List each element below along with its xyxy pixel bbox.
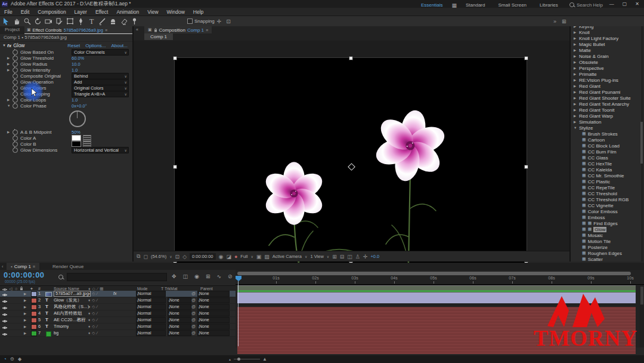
playhead[interactable] [236,276,242,281]
twirl-closed-icon[interactable]: ▶ [574,78,579,82]
twirl-closed-icon[interactable]: ▶ [7,130,13,134]
layer-switches[interactable]: ♦◇∕ [88,330,99,336]
composition-frame[interactable] [175,58,527,264]
stopwatch-icon[interactable] [13,141,18,147]
workspace-small-screen[interactable]: Small Screen [491,2,533,8]
timeline-button-icon[interactable]: ◫ [347,254,352,260]
layer-row[interactable]: ▶3T风格化特效（S...）♦◇∕Normal∨None∨@None∨ [0,304,236,310]
twirl-closed-icon[interactable]: ▶ [24,317,26,323]
effect-header-row[interactable]: ▼ fx Glow Reset Options... About... [0,42,132,49]
selection-tool-icon[interactable] [1,17,10,25]
parent-pickwhip-icon[interactable]: @ [191,310,196,316]
menu-edit[interactable]: Edit [17,9,34,15]
color-swatch[interactable] [72,135,81,141]
layer-row[interactable]: ▶4TAE内置特效组♦◇∕Normal∨None∨@None∨ [0,310,236,317]
snap-axis-icon[interactable]: ✛ [217,19,222,24]
snapping-checkbox[interactable] [187,19,193,24]
camera-select[interactable]: Active Camera [273,254,302,259]
effect-property-row[interactable]: Color B [0,141,132,147]
eyedropper-icon[interactable] [83,141,91,147]
label-color-chip[interactable] [31,291,37,297]
camera-tool-icon[interactable] [44,17,53,25]
label-color-chip[interactable] [31,331,37,336]
transparency-grid-icon[interactable]: ▨ [264,254,270,260]
effect-property-row[interactable]: Color LoopingTriangle A>B>A∨ [0,91,132,97]
parent-pickwhip-icon[interactable]: @ [191,304,196,310]
effects-group[interactable]: ▶Knoll [571,29,644,35]
timeline-search-input[interactable] [67,273,167,281]
stopwatch-icon[interactable] [13,67,18,73]
twirl-closed-icon[interactable]: ▶ [24,310,26,316]
effect-property-row[interactable]: Glow Based OnColor Channels∨ [0,49,132,55]
twirl-closed-icon[interactable]: ▶ [574,96,579,100]
trkmat-select[interactable]: None∨ [168,310,191,316]
layer-row[interactable]: ▶15785a07...a9.jpg♦◇∕fxNormal∨@None∨ [0,291,236,297]
parent-select[interactable]: None∨ [197,324,230,330]
trkmat-select[interactable]: None∨ [168,330,191,336]
mode-select[interactable]: Normal∨ [136,310,166,316]
selection-handle[interactable] [173,56,177,60]
trkmat-select[interactable]: None∨ [168,324,191,330]
layer-row[interactable]: ▶6TTmorny♦◇∕Normal∨None∨@None∨ [0,324,236,330]
effects-group[interactable]: ▶Primatte [571,71,644,77]
effects-item[interactable]: ▦CC Threshold RGB [571,196,644,202]
tab-project[interactable]: Project [0,26,24,34]
twirl-closed-icon[interactable]: ▶ [24,330,26,336]
chevron-left-icon[interactable]: ‹ [2,264,3,269]
fast-previews-icon[interactable]: ⊟ [340,254,345,260]
twirl-closed-icon[interactable]: ▶ [574,90,579,94]
effects-group[interactable]: ▶Magic Bullet [571,41,644,47]
trkmat-select[interactable]: None∨ [168,317,191,323]
zoom-level[interactable]: (54.6%) [151,254,166,259]
mask-visibility-icon[interactable]: ◇ [182,254,187,260]
stopwatch-icon[interactable] [13,50,18,55]
parent-pickwhip-icon[interactable]: @ [191,297,196,303]
composition-viewport[interactable] [134,41,569,251]
workspace-essentials[interactable]: Essentials [414,2,449,8]
twirl-closed-icon[interactable]: ▶ [574,30,579,34]
property-dropdown[interactable]: Horizontal and Vertical∨ [72,147,129,153]
hand-tool-icon[interactable] [12,17,21,25]
effects-item[interactable]: ▦CC Plastic [571,179,644,184]
layer-row[interactable]: ▶7bg♦◇∕Normal∨None∨@None∨ [0,330,236,337]
layer-row[interactable]: ▶5TAE CC20…教程♦◇∕Normal∨None∨@None∨ [0,317,236,324]
layer-switches[interactable]: ♦◇∕ [88,317,99,323]
selection-handle[interactable] [524,56,528,60]
parent-pickwhip-icon[interactable]: @ [191,291,196,297]
layer-switches[interactable]: ♦◇∕ [88,297,99,303]
layer-name[interactable]: 5785a07...a9.jpg [54,291,91,297]
eyedropper-icon[interactable] [83,135,91,141]
twirl-closed-icon[interactable]: ▶ [574,36,579,40]
property-dropdown[interactable]: Color Channels∨ [72,49,129,56]
layer-switches[interactable]: ♦◇∕ [88,324,99,330]
layer-name[interactable]: Glow（发光） [54,297,82,303]
effects-item[interactable]: ▦CC Burn Film [571,149,644,155]
parent-select[interactable]: None∨ [197,310,230,316]
snap-grid-icon[interactable]: ⊡ [226,19,231,24]
menu-window[interactable]: Window [163,9,189,15]
shy-layers-icon[interactable]: ◫ [183,273,188,279]
menu-view[interactable]: View [143,9,162,15]
mode-select[interactable]: Normal∨ [136,297,166,303]
stopwatch-icon[interactable] [13,61,18,67]
layer-name[interactable]: AE内置特效组 [54,310,82,316]
magnification-icon[interactable]: ◻ [143,254,147,260]
layer-switches[interactable]: ♦◇∕ [88,304,99,310]
label-color-chip[interactable] [31,311,37,316]
zoom-out-icon[interactable]: ▲ [228,358,231,361]
effects-group[interactable]: ▶Red Giant Text Anarchy [571,101,644,107]
effect-property-row[interactable]: ▶Glow Intensity1.0 [0,67,132,73]
zoom-in-icon[interactable]: ▲ [262,356,267,362]
twirl-closed-icon[interactable]: ▶ [574,120,579,124]
tab-comp1-timeline[interactable]: ▪ Comp 1 ≡ [7,263,39,270]
effects-item[interactable]: ▦▦Find Edges [571,220,644,226]
effect-property-row[interactable]: Glow OperationAdd∨ [0,79,132,85]
tab-composition[interactable]: ▣ Composition Comp 1 ≡ [144,26,212,33]
twirl-closed-icon[interactable]: ▶ [574,102,579,106]
always-preview-icon[interactable]: ⧉ [137,253,140,260]
effects-item[interactable]: ▦CC Mr. Smoothie [571,173,644,179]
pen-tool-icon[interactable] [76,17,85,25]
panel-menu-icon[interactable]: ≡ [206,28,208,32]
menu-animation[interactable]: Animation [112,9,143,15]
twirl-closed-icon[interactable]: ▶ [24,324,26,330]
